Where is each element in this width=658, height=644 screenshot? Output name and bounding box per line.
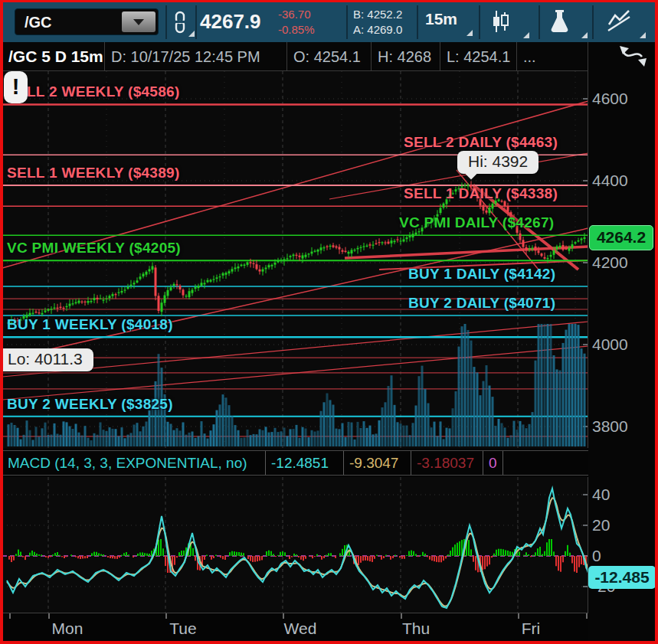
drawings-button[interactable] — [606, 9, 643, 37]
capture-frame-top — [0, 0, 658, 2]
macd-signal-value: -9.3047 — [344, 451, 411, 475]
day-label: Thu — [393, 619, 439, 638]
alert-badge[interactable]: ! — [4, 71, 28, 103]
divider — [346, 5, 348, 39]
divider — [195, 5, 197, 39]
day-label: Mon — [44, 619, 90, 638]
price-axis-tick: 4600 — [592, 90, 628, 108]
macd-axis-tick: 20 — [592, 516, 610, 534]
time-axis-tick — [9, 613, 11, 619]
divider — [479, 5, 480, 39]
last-price-badge: 4264.2 — [589, 225, 653, 250]
bid-value: B: 4252.2 — [353, 7, 402, 22]
macd-diff-value: -3.18037 — [411, 451, 483, 475]
day-label: Wed — [277, 619, 323, 638]
detach-chart-button[interactable] — [617, 44, 648, 70]
change-value: -36.70 — [278, 7, 315, 22]
macd-header-filler — [503, 451, 588, 475]
trading-platform-window: /GC 4267.9 -36.70 -0.85% B: 4252.2 A: 42… — [0, 0, 658, 644]
time-axis-tick — [165, 613, 167, 619]
day-label: Fri — [508, 619, 554, 638]
bar-more[interactable]: ... — [517, 42, 588, 71]
time-axis-tick — [48, 613, 50, 619]
day-label: Tue — [160, 619, 206, 638]
time-axis-tick — [283, 613, 284, 619]
capture-frame-right — [655, 0, 658, 644]
price-change: -36.70 -0.85% — [278, 7, 315, 38]
low-tooltip: Lo: 4011.3 — [0, 348, 93, 371]
time-axis-tick — [518, 613, 519, 619]
link-icon — [172, 11, 188, 35]
top-toolbar: /GC 4267.9 -36.70 -0.85% B: 4252.2 A: 42… — [2, 2, 655, 42]
timeframe-button[interactable]: 15m — [425, 10, 470, 34]
capture-frame-bottom — [0, 641, 658, 644]
high-tooltip-text: Hi: 4392 — [468, 152, 528, 170]
change-percent: -0.85% — [278, 22, 315, 38]
swap-arrows-icon — [617, 44, 648, 70]
macd-value: -12.4851 — [266, 451, 344, 475]
macd-axis[interactable]: 40200-20 — [588, 477, 656, 613]
chart-status-bar: /GC 5 D 15m D: 10/17/25 12:45 PM O: 4254… — [2, 42, 588, 71]
price-chart-canvas[interactable] — [2, 71, 588, 448]
timeframe-label: 15m — [425, 10, 457, 28]
price-axis[interactable]: 46004400420040003800 — [588, 71, 656, 448]
flask-icon — [548, 9, 571, 34]
symbol-dropdown-button[interactable] — [122, 11, 155, 32]
time-axis-tick — [586, 613, 588, 619]
capture-frame-left — [0, 0, 3, 644]
time-axis-tick — [401, 613, 402, 619]
time-axis[interactable]: MonTueWedThuFri — [2, 613, 588, 642]
link-button[interactable] — [172, 11, 192, 35]
symbol-input[interactable]: /GC — [15, 8, 159, 35]
divider — [165, 5, 167, 39]
macd-axis-tick: 40 — [592, 485, 610, 504]
corner-arrow-icon — [523, 32, 529, 38]
chevron-down-icon — [133, 19, 144, 25]
macd-zero-value: 0 — [483, 451, 503, 475]
macd-value-badge: -12.485 — [588, 566, 656, 589]
macd-chart-canvas[interactable] — [2, 477, 588, 613]
corner-arrow-icon — [466, 30, 473, 36]
ask-value: A: 4269.0 — [353, 22, 402, 38]
bid-ask: B: 4252.2 A: 4269.0 — [353, 7, 402, 38]
last-price: 4267.9 — [200, 10, 273, 34]
price-axis-tick: 4000 — [592, 335, 628, 354]
price-axis-tick: 3800 — [592, 417, 628, 436]
high-tooltip: Hi: 4392 — [457, 151, 539, 174]
bar-high: H: 4268 — [372, 42, 440, 71]
bar-open: O: 4254.1 — [287, 42, 372, 71]
divider — [592, 5, 594, 39]
low-tooltip-text: Lo: 4011.3 — [8, 350, 83, 368]
price-axis-tick: 4400 — [592, 172, 628, 190]
pattern-icon — [606, 9, 632, 34]
bar-datetime: D: 10/17/25 12:45 PM — [105, 42, 287, 71]
chart-title: /GC 5 D 15m — [2, 42, 105, 71]
candlestick-icon — [489, 9, 511, 34]
price-axis-tick: 4200 — [592, 253, 628, 272]
bar-low: L: 4254.1 — [440, 42, 517, 71]
corner-arrow-icon — [640, 32, 646, 38]
divider — [539, 5, 540, 39]
macd-header: MACD (14, 3, 3, EXPONENTIAL, no) -12.485… — [2, 450, 588, 476]
macd-axis-tick: 0 — [592, 547, 601, 565]
macd-label[interactable]: MACD (14, 3, 3, EXPONENTIAL, no) — [2, 451, 266, 475]
symbol-text: /GC — [25, 14, 52, 31]
corner-arrow-icon — [188, 31, 195, 37]
corner-arrow-icon — [581, 32, 588, 38]
chart-style-button[interactable] — [489, 9, 526, 37]
studies-button[interactable] — [548, 9, 584, 37]
divider — [417, 5, 418, 39]
